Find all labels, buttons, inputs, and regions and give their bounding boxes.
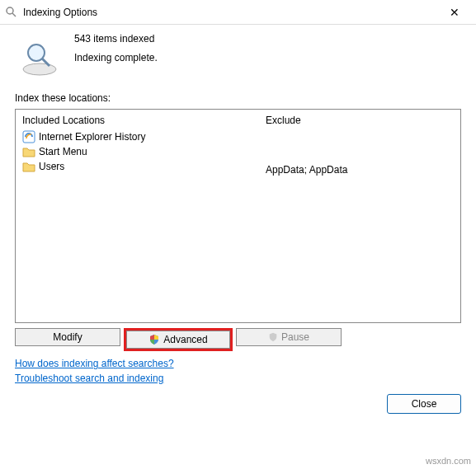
advanced-button[interactable]: Advanced	[126, 331, 230, 349]
list-item[interactable]: Users	[22, 159, 252, 174]
indexing-options-icon	[5, 6, 18, 19]
locations-listbox[interactable]: Included Locations Internet Explorer His…	[15, 109, 461, 323]
ie-icon	[22, 130, 35, 143]
status-area: 543 items indexed Indexing complete.	[15, 30, 461, 77]
help-links: How does indexing affect searches? Troub…	[15, 358, 461, 384]
watermark: wsxdn.com	[426, 456, 471, 466]
locations-label: Index these locations:	[15, 92, 461, 104]
help-link-how[interactable]: How does indexing affect searches?	[15, 358, 174, 369]
location-name: Internet Explorer History	[39, 131, 145, 143]
pause-button: Pause	[236, 328, 342, 346]
svg-line-1	[12, 13, 16, 16]
help-link-troubleshoot[interactable]: Troubleshoot search and indexing	[15, 373, 163, 384]
shield-icon	[268, 332, 278, 342]
items-indexed-count: 543 items indexed	[74, 30, 158, 49]
window-title: Indexing Options	[23, 7, 97, 18]
svg-point-2	[23, 63, 56, 75]
indexing-state: Indexing complete.	[74, 49, 158, 68]
modify-button[interactable]: Modify	[15, 328, 120, 346]
close-button[interactable]: Close	[387, 394, 461, 414]
folder-icon	[22, 145, 35, 158]
highlight-box: Advanced	[124, 328, 233, 351]
location-name: Users	[39, 161, 64, 172]
button-row: Modify Advanced Pause	[15, 328, 461, 351]
exclude-header: Exclude	[266, 115, 454, 126]
location-name: Start Menu	[39, 146, 87, 157]
magnifier-icon	[20, 38, 59, 77]
included-header: Included Locations	[22, 115, 252, 126]
svg-point-0	[7, 7, 13, 14]
list-item[interactable]: Start Menu	[22, 144, 252, 159]
exclude-value: AppData; AppData	[266, 164, 454, 176]
titlebar: Indexing Options ✕	[0, 0, 476, 25]
list-item[interactable]: Internet Explorer History	[22, 129, 252, 144]
close-icon: ✕	[450, 6, 460, 19]
close-window-button[interactable]: ✕	[438, 1, 471, 24]
shield-icon	[148, 334, 160, 345]
folder-icon	[22, 160, 35, 173]
